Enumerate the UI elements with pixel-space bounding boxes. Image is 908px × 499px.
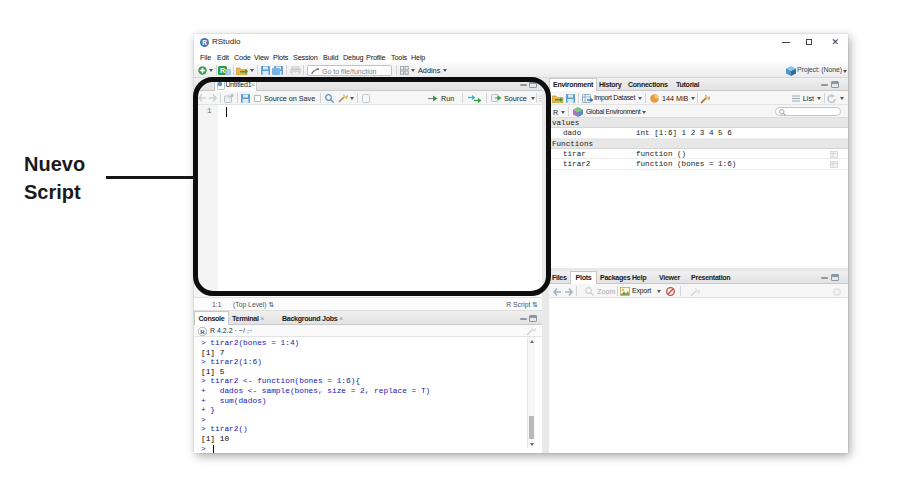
svg-text:R: R	[220, 67, 225, 74]
